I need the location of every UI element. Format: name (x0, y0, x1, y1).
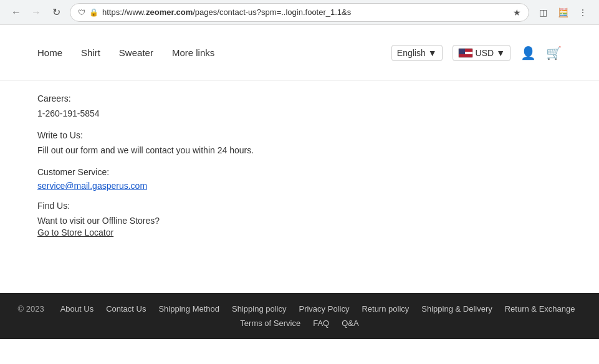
currency-label: USD (476, 48, 494, 58)
nav-item-sweater[interactable]: Sweater (119, 47, 153, 58)
nav-item-home[interactable]: Home (37, 47, 62, 58)
us-flag-icon (458, 48, 473, 58)
footer-links-row1: © 2023 About Us Contact Us Shipping Meth… (12, 304, 587, 314)
find-us-description: Want to visit our Offline Stores? (37, 214, 562, 228)
footer-link-return-exchange[interactable]: Return & Exchange (499, 304, 582, 314)
browser-chrome: ← → ↻ 🛡 🔒 https://www.zeomer.com/pages/c… (0, 0, 599, 25)
back-button[interactable]: ← (7, 4, 25, 21)
write-description: Fill out our form and we will contact yo… (37, 144, 562, 157)
phone-number: 1-260-191-5854 (37, 107, 562, 120)
nav-item-shirt[interactable]: Shirt (81, 47, 100, 58)
shield-icon: 🛡 (78, 8, 85, 17)
reload-button[interactable]: ↻ (47, 4, 65, 21)
browser-action-buttons: ◫ 🧮 ⋮ (534, 4, 592, 21)
site-footer: © 2023 About Us Contact Us Shipping Meth… (0, 293, 599, 339)
bookmark-icon[interactable]: ★ (513, 7, 521, 17)
chevron-down-icon: ▼ (496, 48, 505, 58)
main-content: Careers: 1-260-191-5854 Write to Us: Fil… (0, 81, 599, 293)
lock-icon: 🔒 (89, 8, 98, 17)
footer-link-shipping-delivery[interactable]: Shipping & Delivery (415, 304, 498, 314)
find-us-label: Find Us: (37, 201, 562, 211)
footer-link-return-policy[interactable]: Return policy (355, 304, 415, 314)
header-right: English ▼ USD ▼ 👤 🛒 (391, 45, 562, 61)
footer-link-qa[interactable]: Q&A (335, 318, 365, 328)
currency-selector[interactable]: USD ▼ (453, 45, 510, 61)
content-wrapper: ANTISPYWARE.COM Careers: 1-260-191-5854 … (0, 81, 599, 293)
forward-button[interactable]: → (27, 4, 45, 21)
footer-link-shipping-policy[interactable]: Shipping policy (226, 304, 292, 314)
footer-copyright: © 2023 (18, 304, 44, 314)
cart-button[interactable]: 🛒 (546, 46, 562, 60)
url-text: https://www.zeomer.com/pages/contact-us?… (102, 7, 509, 17)
store-locator-link[interactable]: Go to Store Locator (37, 228, 113, 237)
nav-item-more-links[interactable]: More links (172, 47, 214, 58)
careers-section: Careers: 1-260-191-5854 (37, 93, 562, 120)
language-label: English (397, 48, 426, 58)
footer-links-row2: Terms of Service FAQ Q&A (12, 318, 587, 328)
careers-label: Careers: (37, 93, 562, 103)
extensions-icon[interactable]: 🧮 (554, 4, 572, 21)
footer-link-contact-us[interactable]: Contact Us (100, 304, 152, 314)
customer-service-section: Customer Service: service@mail.gasperus.… (37, 167, 562, 191)
footer-link-shipping-method[interactable]: Shipping Method (152, 304, 226, 314)
language-selector[interactable]: English ▼ (391, 45, 443, 61)
footer-link-terms[interactable]: Terms of Service (234, 318, 307, 328)
customer-service-label: Customer Service: (37, 167, 562, 177)
chevron-down-icon: ▼ (428, 48, 437, 58)
browser-nav-buttons: ← → ↻ (7, 4, 65, 21)
address-bar[interactable]: 🛡 🔒 https://www.zeomer.com/pages/contact… (70, 3, 529, 22)
pocket-icon[interactable]: ◫ (534, 4, 552, 21)
main-nav: Home Shirt Sweater More links (37, 47, 214, 58)
footer-link-privacy-policy[interactable]: Privacy Policy (292, 304, 355, 314)
write-section: Write to Us: Fill out our form and we wi… (37, 130, 562, 157)
write-label: Write to Us: (37, 130, 562, 140)
footer-link-faq[interactable]: FAQ (307, 318, 335, 328)
more-tools-icon[interactable]: ⋮ (574, 4, 592, 21)
account-button[interactable]: 👤 (520, 46, 536, 60)
service-email-link[interactable]: service@mail.gasperus.com (37, 181, 147, 191)
footer-link-about-us[interactable]: About Us (54, 304, 100, 314)
site-header: Home Shirt Sweater More links English ▼ … (0, 25, 599, 81)
find-us-section: Find Us: Want to visit our Offline Store… (37, 201, 562, 237)
